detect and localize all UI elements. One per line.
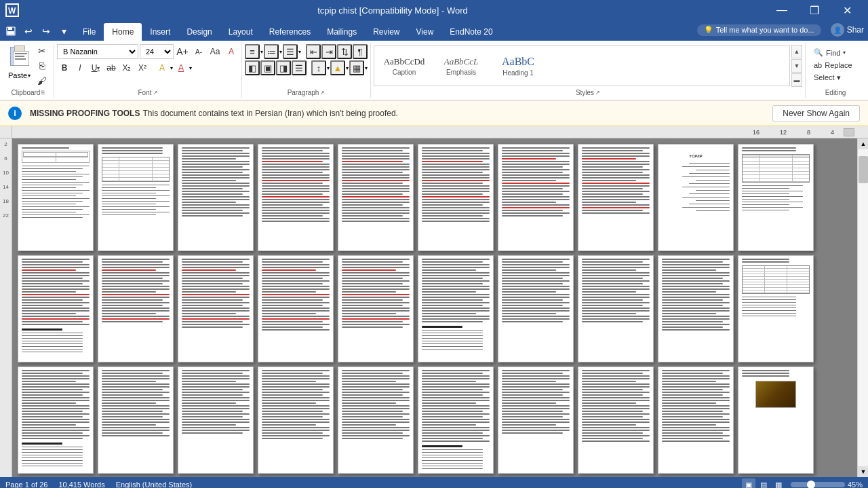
never-show-again-button[interactable]: Never Show Again	[772, 105, 860, 121]
align-center-button[interactable]: ▣	[260, 60, 275, 75]
page-thumb[interactable]	[98, 367, 174, 474]
scroll-track[interactable]	[858, 149, 868, 466]
page-thumb[interactable]	[578, 255, 654, 362]
find-button[interactable]: 🔍 Find ▾	[810, 47, 861, 58]
shading-button[interactable]: ▲	[330, 60, 345, 75]
sort-button[interactable]: ⇅	[337, 44, 352, 59]
tab-view[interactable]: View	[408, 23, 442, 41]
align-right-button[interactable]: ◨	[276, 60, 291, 75]
page-thumb[interactable]	[178, 255, 254, 362]
underline-button[interactable]: U▾	[88, 60, 103, 75]
tab-home[interactable]: Home	[104, 23, 142, 41]
ruler-h-end[interactable]	[844, 128, 854, 136]
multilevel-dropdown[interactable]: ▾	[298, 49, 301, 55]
numbering-button[interactable]: ≔	[264, 44, 279, 59]
page-thumb[interactable]	[98, 255, 174, 362]
page-thumb[interactable]	[418, 367, 494, 474]
para-expand-icon[interactable]: ↗	[320, 90, 325, 96]
tab-design[interactable]: Design	[178, 23, 220, 41]
page-thumb[interactable]	[738, 144, 814, 251]
tell-me-box[interactable]: 💡 Tell me what you want to do...	[697, 24, 821, 36]
undo-button[interactable]: ↩	[20, 23, 37, 39]
style-heading1[interactable]: AaBbC Heading 1	[491, 52, 545, 80]
select-button[interactable]: Select ▾	[810, 72, 861, 83]
style-caption[interactable]: AaBbCcDd Caption	[377, 53, 431, 79]
font-grow-button[interactable]: A+	[175, 44, 190, 59]
page-thumb[interactable]	[18, 144, 94, 251]
decrease-indent-button[interactable]: ⇤	[306, 44, 321, 59]
change-case-button[interactable]: Aa	[208, 44, 222, 59]
page-thumb[interactable]	[98, 144, 174, 251]
restore-button[interactable]: ❐	[799, 0, 830, 20]
page-thumb[interactable]	[738, 255, 814, 362]
subscript-button[interactable]: X₂	[119, 60, 134, 75]
format-painter-button[interactable]: 🖌	[35, 74, 50, 88]
clipboard-expand-icon[interactable]: ⎘	[41, 90, 45, 96]
page-thumb[interactable]	[578, 367, 654, 474]
highlight-dropdown[interactable]: ▾	[170, 65, 173, 71]
tab-insert[interactable]: Insert	[142, 23, 178, 41]
copy-button[interactable]: ⎘	[35, 59, 50, 73]
styles-scroll-expand[interactable]: ▬	[791, 73, 802, 87]
page-thumb[interactable]	[498, 144, 574, 251]
replace-button[interactable]: ab Replace	[810, 60, 861, 71]
increase-indent-button[interactable]: ⇥	[321, 44, 336, 59]
cut-button[interactable]: ✂	[35, 44, 50, 58]
page-thumb[interactable]	[258, 367, 334, 474]
text-highlight-button[interactable]: A	[155, 60, 170, 75]
page-thumb[interactable]	[178, 144, 254, 251]
italic-button[interactable]: I	[73, 60, 87, 75]
borders-button[interactable]: ▦	[349, 60, 364, 75]
font-color-button[interactable]: A	[174, 60, 189, 75]
spacing-dropdown[interactable]: ▾	[327, 65, 330, 71]
paste-button[interactable]: Paste ▾	[5, 44, 33, 88]
tab-mailings[interactable]: Mailings	[319, 23, 365, 41]
page-thumb[interactable]	[578, 144, 654, 251]
page-thumb[interactable]	[658, 255, 734, 362]
bold-button[interactable]: B	[57, 60, 72, 75]
close-button[interactable]: ✕	[831, 0, 863, 20]
save-button[interactable]	[3, 23, 19, 39]
line-spacing-button[interactable]: ↕	[311, 60, 326, 75]
strikethrough-button[interactable]: ab	[104, 60, 119, 75]
multilevel-button[interactable]: ☰	[283, 44, 298, 59]
page-thumb[interactable]	[418, 255, 494, 362]
font-expand-icon[interactable]: ↗	[153, 90, 158, 96]
qat-dropdown[interactable]: ▾	[56, 23, 72, 39]
page-thumb[interactable]	[338, 144, 414, 251]
font-size-select[interactable]: 24	[140, 44, 174, 59]
page-thumb[interactable]	[338, 255, 414, 362]
styles-expand-icon[interactable]: ↗	[595, 90, 600, 96]
find-dropdown[interactable]: ▾	[843, 50, 846, 56]
scroll-up-button[interactable]: ▲	[858, 138, 868, 149]
page-thumb[interactable]	[658, 367, 734, 474]
page-thumb[interactable]	[18, 367, 94, 474]
scroll-thumb[interactable]	[859, 156, 868, 183]
redo-button[interactable]: ↪	[38, 23, 54, 39]
bullets-button[interactable]: ≡	[245, 44, 260, 59]
web-view[interactable]: ▦	[772, 478, 785, 488]
page-thumb[interactable]	[258, 144, 334, 251]
styles-scroll-down[interactable]: ▼	[791, 59, 802, 73]
shading-dropdown[interactable]: ▾	[346, 65, 349, 71]
clear-format-button[interactable]: A	[224, 44, 239, 59]
page-thumb[interactable]: TCP/IP	[658, 144, 734, 251]
align-left-button[interactable]: ◧	[245, 60, 260, 75]
borders-dropdown[interactable]: ▾	[365, 65, 368, 71]
print-layout-view[interactable]: ▣	[742, 478, 755, 488]
pages-area[interactable]: TCP/IP	[12, 138, 857, 477]
page-thumb[interactable]	[738, 367, 814, 474]
scroll-down-button[interactable]: ▼	[858, 466, 868, 477]
page-thumb[interactable]	[18, 255, 94, 362]
styles-scroll-up[interactable]: ▲	[791, 45, 802, 58]
show-formatting-button[interactable]: ¶	[353, 44, 368, 59]
tab-file[interactable]: File	[75, 23, 104, 41]
superscript-button[interactable]: X²	[135, 60, 150, 75]
numbering-dropdown[interactable]: ▾	[279, 49, 282, 55]
bullets-dropdown[interactable]: ▾	[260, 49, 263, 55]
font-name-select[interactable]: B Nazanin	[57, 44, 138, 59]
tab-endnote[interactable]: EndNote 20	[441, 23, 500, 41]
page-thumb[interactable]	[418, 144, 494, 251]
page-thumb[interactable]	[258, 255, 334, 362]
read-view[interactable]: ▤	[757, 478, 770, 488]
